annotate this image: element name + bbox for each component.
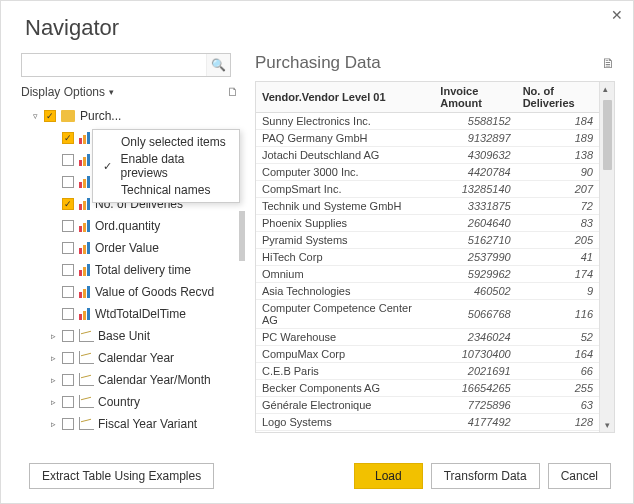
cell-invoice: 460502	[434, 283, 516, 300]
checkbox[interactable]	[62, 418, 74, 430]
folder-icon	[61, 110, 75, 122]
display-options-label: Display Options	[21, 85, 105, 99]
table-row[interactable]: Pyramid Systems5162710205	[256, 232, 599, 249]
table-row[interactable]: Phoenix Supplies260464083	[256, 215, 599, 232]
cell-invoice: 16654265	[434, 380, 516, 397]
expand-icon[interactable]: ▹	[49, 353, 57, 363]
table-row[interactable]: Jotachi Deutschland AG4309632138	[256, 147, 599, 164]
tree-item-label: Total delivery time	[95, 263, 191, 277]
table-row[interactable]: CompSmart Inc.13285140207	[256, 181, 599, 198]
checkbox[interactable]	[62, 330, 74, 342]
cell-deliveries: 138	[517, 147, 599, 164]
checkbox[interactable]	[62, 176, 74, 188]
search-input[interactable]	[22, 58, 206, 72]
extract-table-button[interactable]: Extract Table Using Examples	[29, 463, 214, 489]
table-row[interactable]: Technik und Systeme GmbH333187572	[256, 198, 599, 215]
checkbox[interactable]	[62, 374, 74, 386]
refresh-icon[interactable]: 🗋	[227, 85, 243, 99]
checkbox[interactable]	[62, 286, 74, 298]
tree-item[interactable]: ▹Calendar Year/Month	[21, 369, 243, 391]
bars-icon	[79, 264, 90, 276]
cell-invoice: 5066768	[434, 300, 516, 329]
cell-vendor: Asia Technologies	[256, 283, 434, 300]
checkbox[interactable]	[62, 308, 74, 320]
transform-data-button[interactable]: Transform Data	[431, 463, 540, 489]
checkbox[interactable]	[62, 396, 74, 408]
cell-invoice: 5588152	[434, 113, 516, 130]
expand-icon[interactable]: ▹	[49, 375, 57, 385]
cell-vendor: CompSmart Inc.	[256, 181, 434, 198]
cell-invoice: 5929962	[434, 266, 516, 283]
data-table: Vendor.Vendor Level 01 Invoice Amount No…	[256, 82, 599, 432]
cell-vendor: Sunny Electronics Inc.	[256, 113, 434, 130]
expand-icon[interactable]: ▹	[49, 331, 57, 341]
table-row[interactable]: CompuMax Corp10730400164	[256, 346, 599, 363]
col-header[interactable]: Invoice Amount	[434, 82, 516, 113]
tree-root-label: Purch...	[80, 109, 121, 123]
tree-item[interactable]: Order Value	[21, 237, 243, 259]
checkbox[interactable]: ✓	[62, 132, 74, 144]
scroll-down-icon[interactable]: ▾	[605, 418, 610, 432]
checkbox[interactable]: ✓	[62, 198, 74, 210]
tree-item-label: Ord.quantity	[95, 219, 160, 233]
cell-vendor: Technik und Systeme GmbH	[256, 198, 434, 215]
table-row[interactable]: PC Warehouse234602452	[256, 329, 599, 346]
checkbox[interactable]	[62, 242, 74, 254]
tree-item[interactable]: ▹Calendar Year	[21, 347, 243, 369]
checkbox[interactable]	[62, 220, 74, 232]
cell-deliveries: 189	[517, 130, 599, 147]
menu-technical-names[interactable]: Technical names	[93, 178, 239, 202]
table-row[interactable]: Omnium5929962174	[256, 266, 599, 283]
checkbox[interactable]: ✓	[44, 110, 56, 122]
cell-vendor: Computer Competence Center AG	[256, 300, 434, 329]
table-row[interactable]: Asia Technologies4605029	[256, 283, 599, 300]
tree-item[interactable]: ▹Country	[21, 391, 243, 413]
tree-item[interactable]: Ord.quantity	[21, 215, 243, 237]
table-row[interactable]: Computer 3000 Inc.442078490	[256, 164, 599, 181]
table-row[interactable]: Becker Components AG16654265255	[256, 380, 599, 397]
load-button[interactable]: Load	[354, 463, 423, 489]
table-row[interactable]: SAPSOTA Corp3416407	[256, 431, 599, 433]
table-row[interactable]: PAQ Germany GmbH9132897189	[256, 130, 599, 147]
col-header[interactable]: No. of Deliveries	[517, 82, 599, 113]
cell-invoice: 4420784	[434, 164, 516, 181]
cell-deliveries: 63	[517, 397, 599, 414]
scroll-up-icon[interactable]: ▴	[603, 82, 612, 96]
tree-item[interactable]: ▹Fiscal Year Variant	[21, 413, 243, 435]
checkbox[interactable]	[62, 264, 74, 276]
table-row[interactable]: Logo Systems4177492128	[256, 414, 599, 431]
checkbox[interactable]	[62, 352, 74, 364]
bars-icon	[79, 286, 90, 298]
bars-icon	[79, 242, 90, 254]
expand-icon[interactable]: ▹	[49, 419, 57, 429]
cancel-button[interactable]: Cancel	[548, 463, 611, 489]
scroll-thumb[interactable]	[603, 100, 612, 170]
expand-icon[interactable]: ▹	[49, 397, 57, 407]
sheet-icon[interactable]: 🗎	[601, 55, 615, 71]
tree-item-label: Order Value	[95, 241, 159, 255]
menu-enable-previews[interactable]: ✓ Enable data previews	[93, 154, 239, 178]
search-box: 🔍	[21, 53, 231, 77]
scrollbar[interactable]: ▴ ▾	[599, 82, 614, 432]
tree-item-label: Calendar Year	[98, 351, 174, 365]
tree-item[interactable]: Value of Goods Recvd	[21, 281, 243, 303]
col-header[interactable]: Vendor.Vendor Level 01	[256, 82, 434, 113]
table-row[interactable]: C.E.B Paris202169166	[256, 363, 599, 380]
table-row[interactable]: Générale Electronique772589663	[256, 397, 599, 414]
line-chart-icon	[79, 352, 93, 364]
collapse-icon[interactable]: ▿	[31, 111, 39, 121]
checkbox[interactable]	[62, 154, 74, 166]
line-chart-icon	[79, 330, 93, 342]
tree-root[interactable]: ▿ ✓ Purch...	[21, 105, 243, 127]
tree-item[interactable]: WtdTotalDelTime	[21, 303, 243, 325]
search-icon[interactable]: 🔍	[206, 54, 230, 76]
close-icon[interactable]: ✕	[611, 7, 623, 23]
tree-item[interactable]: ▹Base Unit	[21, 325, 243, 347]
display-options-dropdown[interactable]: Display Options ▾ 🗋	[21, 83, 243, 105]
table-row[interactable]: Computer Competence Center AG5066768116	[256, 300, 599, 329]
table-row[interactable]: Sunny Electronics Inc.5588152184	[256, 113, 599, 130]
table-row[interactable]: HiTech Corp253799041	[256, 249, 599, 266]
tree-item-label: Country	[98, 395, 140, 409]
menu-only-selected[interactable]: Only selected items	[93, 130, 239, 154]
tree-item[interactable]: Total delivery time	[21, 259, 243, 281]
